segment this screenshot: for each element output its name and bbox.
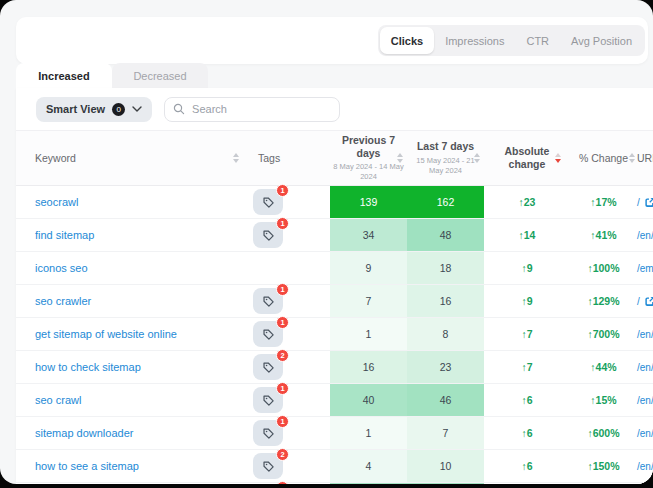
tab-clicks[interactable]: Clicks [380,27,434,54]
sort-icon-last[interactable] [474,153,480,163]
table-row: seo crawler 1 7 16 ↑9 ↑129% / [16,285,653,318]
table-row: sitemap downloader 1 1 7 ↑6 ↑600% /en/ [16,417,653,450]
tab-increased[interactable]: Increased [16,63,112,88]
tag-count-badge: 1 [276,217,289,230]
prev-clicks-cell: 7 [330,285,407,317]
sort-icon-keyword[interactable] [233,153,239,163]
table-row [16,483,653,484]
tab-ctr[interactable]: CTR [515,27,560,54]
keyword-link[interactable]: find sitemap [16,219,244,251]
keyword-link[interactable]: iconos seo [16,252,244,284]
tag-icon [262,196,275,209]
percent-change-cell: ↑700% [570,318,637,350]
app-window: Clicks Impressions CTR Avg Position Incr… [0,0,653,488]
tag-chip[interactable]: 1 [253,222,283,248]
tag-chip[interactable]: 1 [253,189,283,215]
url-link[interactable]: /en/ [637,384,653,416]
url-link[interactable]: /en/ [637,318,653,350]
table-row: how to check sitemap 2 16 23 ↑7 ↑44% /en… [16,351,653,384]
search-icon [173,103,185,115]
absolute-header-label: Absolute change [499,145,555,170]
keyword-link[interactable]: get sitemap of website online [16,318,244,350]
prev-clicks-cell: 34 [330,219,407,251]
column-header-percent-change: % Change [570,131,637,185]
absolute-change-cell: ↑6 [484,417,570,449]
url-link[interactable]: /en/ [637,351,653,383]
external-link-icon [644,296,653,307]
url-link[interactable]: / [637,186,653,218]
url-link[interactable] [637,483,653,484]
tag-icon [262,361,275,374]
absolute-change-cell: ↑9 [484,285,570,317]
percent-change-cell: ↑41% [570,219,637,251]
percent-change-cell: ↑129% [570,285,637,317]
last-clicks-cell: 7 [407,417,484,449]
keyword-link[interactable]: how to check sitemap [16,351,244,383]
table-row: seo crawl 1 40 46 ↑6 ↑15% /en/ [16,384,653,417]
smart-view-count-badge: 0 [112,103,125,116]
table-row: seocrawl 1 139 162 ↑23 ↑17% / [16,186,653,219]
absolute-change-cell [484,483,570,484]
keyword-link[interactable]: how to see a sitemap [16,450,244,482]
url-link[interactable]: /en/ [637,450,653,482]
last-clicks-cell: 8 [407,318,484,350]
keyword-header-label: Keyword [35,152,76,164]
tag-count-badge: 2 [276,349,289,362]
url-link[interactable]: /en/ [637,219,653,251]
tag-chip[interactable]: 2 [253,354,283,380]
keyword-link[interactable]: seocrawl [16,186,244,218]
last-header-label: Last 7 days [410,140,482,153]
tag-chip[interactable]: 1 [253,321,283,347]
tab-impressions[interactable]: Impressions [434,27,515,54]
tab-avg-position[interactable]: Avg Position [560,27,643,54]
absolute-change-cell: ↑6 [484,450,570,482]
keyword-link[interactable]: seo crawl [16,384,244,416]
tag-count-badge: 1 [276,415,289,428]
table-row: get sitemap of website online 1 1 8 ↑7 ↑… [16,318,653,351]
absolute-change-cell: ↑14 [484,219,570,251]
prev-clicks-cell: 4 [330,450,407,482]
table-row: how to see a sitemap 2 4 10 ↑6 ↑150% /en… [16,450,653,483]
search-input[interactable] [164,97,340,122]
prev-clicks-cell: 1 [330,417,407,449]
direction-tabs: Increased Decreased [16,63,208,88]
percent-change-cell: ↑44% [570,351,637,383]
tag-chip[interactable]: 1 [253,288,283,314]
tag-count-badge: 1 [276,283,289,296]
last-clicks-cell: 48 [407,219,484,251]
prev-clicks-cell: 1 [330,318,407,350]
sort-icon-previous[interactable] [397,153,403,163]
last-clicks-cell: 16 [407,285,484,317]
tag-icon [262,328,275,341]
prev-clicks-cell: 9 [330,252,407,284]
keyword-link[interactable]: seo crawler [16,285,244,317]
url-header-label: URL [637,152,653,164]
tag-chip[interactable]: 2 [253,453,283,479]
prev-clicks-cell [330,483,407,484]
url-link[interactable]: / [637,285,653,317]
tag-count-badge: 1 [276,316,289,329]
smart-view-dropdown[interactable]: Smart View 0 [36,97,152,122]
tag-count-badge: 1 [276,382,289,395]
last-clicks-cell: 23 [407,351,484,383]
tab-decreased[interactable]: Decreased [112,63,208,88]
url-link[interactable]: /en/ [637,417,653,449]
url-link[interactable]: /em [637,252,653,284]
table-header: Keyword Tags Previous 7 days 8 May 2024 … [16,130,653,186]
keyword-link[interactable] [16,483,244,484]
page-background: Clicks Impressions CTR Avg Position Incr… [0,0,653,484]
sort-icon-percent-change[interactable] [629,153,635,163]
table-row: find sitemap 1 34 48 ↑14 ↑41% /en/ [16,219,653,252]
prev-clicks-cell: 40 [330,384,407,416]
absolute-change-cell: ↑7 [484,318,570,350]
sort-icon-absolute-change[interactable] [555,153,561,163]
tag-chip[interactable]: 1 [253,387,283,413]
tag-count-badge: 1 [276,184,289,197]
tag-chip[interactable]: 1 [253,420,283,446]
smart-view-label: Smart View [46,103,105,115]
keyword-link[interactable]: sitemap downloader [16,417,244,449]
tags-header-label: Tags [258,152,280,164]
tag-icon [262,295,275,308]
percent-change-cell: ↑100% [570,252,637,284]
percent-change-cell: ↑17% [570,186,637,218]
